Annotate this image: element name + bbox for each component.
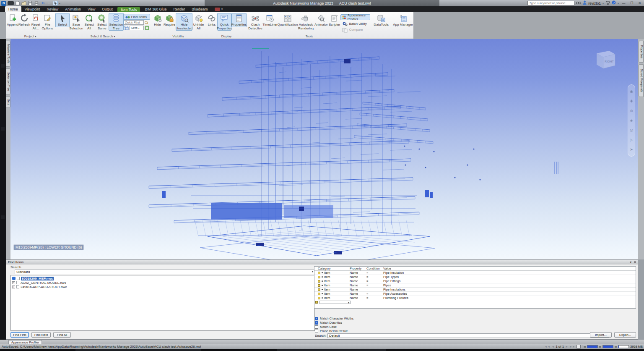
quantification-button[interactable]: Quantification	[278, 13, 298, 27]
links-button[interactable]: Links	[206, 13, 217, 27]
qat-dropdown-icon[interactable]: ▾	[59, 2, 60, 5]
new-file-icon[interactable]	[15, 1, 20, 5]
tabbar-dropdown-icon[interactable]: ▾	[221, 8, 223, 11]
col-condition[interactable]: Condition	[366, 267, 383, 270]
visibility-group-label[interactable]: Visibility	[151, 34, 205, 39]
quick-find-search-icon[interactable]	[144, 21, 148, 24]
sets-dropdown[interactable]: Sets▾	[130, 26, 144, 30]
steering-wheel-icon[interactable]: ◉	[630, 89, 633, 94]
keyword-search-input[interactable]	[527, 1, 574, 5]
tab-view[interactable]: View	[84, 6, 99, 12]
import-button[interactable]: Import...	[590, 332, 612, 338]
checkbox-icon[interactable]	[315, 330, 318, 333]
save-selection-button[interactable]: Save Selection	[70, 13, 83, 31]
find-all-button[interactable]: Find All	[53, 332, 71, 338]
saved-search-dropdown[interactable]: Default ▾	[327, 333, 609, 338]
option-match-case[interactable]: Match Case	[315, 325, 337, 329]
compare-button[interactable]: Compare	[340, 27, 370, 33]
search-conditions-table[interactable]: Category Property Condition Value Item N…	[314, 266, 636, 309]
table-row[interactable]: Item Name=Pipe Fittings	[314, 279, 636, 283]
append-button[interactable]: Append	[7, 13, 18, 27]
new-condition-row[interactable]: ▾	[314, 300, 636, 304]
tab-render[interactable]: Render	[170, 6, 188, 12]
pan-icon[interactable]: ✚	[630, 99, 633, 103]
unhide-all-button[interactable]: Unhide All	[192, 13, 205, 31]
tab-bim-360-glue[interactable]: BIM 360 Glue	[141, 6, 170, 12]
tab-home[interactable]: Home	[5, 6, 21, 12]
reset-all-button[interactable]: Reset All...	[30, 13, 41, 31]
file-options-button[interactable]: File Options	[41, 13, 54, 31]
scripter-button[interactable]: Scripter	[328, 13, 341, 27]
col-category[interactable]: Category	[314, 267, 350, 270]
tab-review[interactable]: Review	[43, 6, 62, 12]
walk-icon[interactable]: ▷	[630, 138, 633, 142]
appearance-profiler-button[interactable]: Appearance Profiler	[340, 14, 370, 20]
find-items-titlebar[interactable]: Find Items ▾ ✕	[6, 260, 638, 265]
require-button[interactable]: Require	[163, 13, 176, 27]
undo-icon[interactable]	[40, 1, 45, 5]
look-around-icon[interactable]: ◎	[630, 128, 633, 132]
new-category-dropdown[interactable]: ▾	[319, 301, 351, 304]
manage-sets-icon[interactable]	[144, 25, 150, 31]
tab-saved-viewpoints[interactable]: Saved Viewpoints	[639, 64, 644, 97]
animator-button[interactable]: Animator	[314, 13, 328, 27]
selection-tree-button[interactable]: Selection Tree	[109, 13, 124, 31]
help-icon[interactable]: ?	[612, 0, 616, 6]
next-sheet-icon[interactable]: ►	[565, 344, 568, 349]
clash-detective-button[interactable]: Clash Detective	[248, 13, 262, 31]
tab-sets[interactable]: Sets	[6, 96, 10, 108]
option-prune-below-result[interactable]: Prune Below Result	[315, 329, 348, 333]
tab-measure-tools[interactable]: Measure Tools	[6, 41, 10, 67]
tab-item-tools[interactable]: Item Tools	[117, 7, 140, 12]
tab-properties[interactable]: Properties	[639, 41, 644, 63]
table-row[interactable]: Item Name=Pipe Insulations	[314, 288, 636, 292]
restore-button[interactable]: ❐	[628, 1, 635, 5]
col-property[interactable]: Property	[350, 267, 366, 270]
table-row[interactable]: Item Name=Pipe Insulation	[314, 271, 636, 275]
user-dropdown-icon[interactable]: ▾	[602, 2, 604, 5]
autodesk-rendering-button[interactable]: Autodesk Rendering	[298, 13, 314, 31]
screencast-icon[interactable]	[215, 8, 220, 11]
quick-properties-button[interactable]: Quick Properties	[217, 13, 231, 31]
select-same-button[interactable]: Select Same	[95, 13, 109, 31]
select-tool-icon[interactable]	[53, 1, 58, 5]
find-next-button[interactable]: Find Next	[31, 332, 51, 338]
refresh-button[interactable]: Refresh	[18, 13, 30, 27]
model-tree[interactable]: 60519200_MEP.nwc + AC02_CENTRAL MODEL.nw…	[10, 275, 315, 331]
app-manager-button[interactable]: App Manager	[392, 13, 414, 27]
table-row[interactable]: Item Name=Pipe Accessories	[314, 292, 636, 296]
sheet-browser-icon[interactable]	[576, 345, 581, 348]
help-dropdown-icon[interactable]: ▾	[618, 2, 619, 5]
open-file-icon[interactable]	[21, 1, 26, 5]
table-row[interactable]: Item Name=Pipes	[314, 283, 636, 288]
first-sheet-icon[interactable]: ◄◄	[544, 344, 550, 349]
checkbox-checked-icon[interactable]: ✓	[315, 321, 318, 325]
hide-button[interactable]: Hide	[152, 13, 163, 27]
redo-icon[interactable]	[47, 1, 52, 5]
save-icon[interactable]	[28, 1, 33, 5]
option-match-character-widths[interactable]: ✓ Match Character Widths	[315, 317, 353, 320]
signed-in-user[interactable]: revizto1	[588, 1, 601, 5]
view-cube[interactable]: RIGHT	[591, 47, 620, 73]
export-button[interactable]: Export...	[614, 332, 636, 338]
close-button[interactable]: ✕	[636, 1, 643, 5]
minimize-button[interactable]: —	[621, 1, 627, 5]
previous-sheet-icon[interactable]: ◄	[551, 344, 554, 349]
cart-icon[interactable]	[605, 1, 610, 6]
table-row[interactable]: Item Name=Plumbing Fixtures	[314, 296, 636, 300]
find-first-button[interactable]: Find First	[10, 332, 29, 338]
panel-dock-icon[interactable]: ▾	[630, 260, 631, 265]
tab-output[interactable]: Output	[99, 6, 116, 12]
timeliner-button[interactable]: TimeLiner	[262, 13, 278, 27]
checkbox-icon[interactable]	[315, 325, 318, 329]
print-icon[interactable]	[34, 1, 39, 5]
tab-viewpoint[interactable]: Viewpoint	[21, 6, 44, 12]
fly-icon[interactable]: ➤	[630, 147, 633, 152]
orbit-icon[interactable]: ◈	[630, 118, 633, 123]
3d-viewport[interactable]: RIGHT ◉ ✚ ⊕ ◈ ◎ ▷ ➤ M13(253)-MP(28) : LO…	[10, 39, 638, 259]
tools-group-label[interactable]: Tools	[247, 34, 371, 39]
batch-utility-button[interactable]: Batch Utility	[340, 21, 370, 26]
zoom-icon[interactable]: ⊕	[630, 109, 633, 113]
navisworks-logo-icon[interactable]: N	[1, 1, 6, 6]
expand-icon[interactable]: +	[12, 286, 15, 288]
